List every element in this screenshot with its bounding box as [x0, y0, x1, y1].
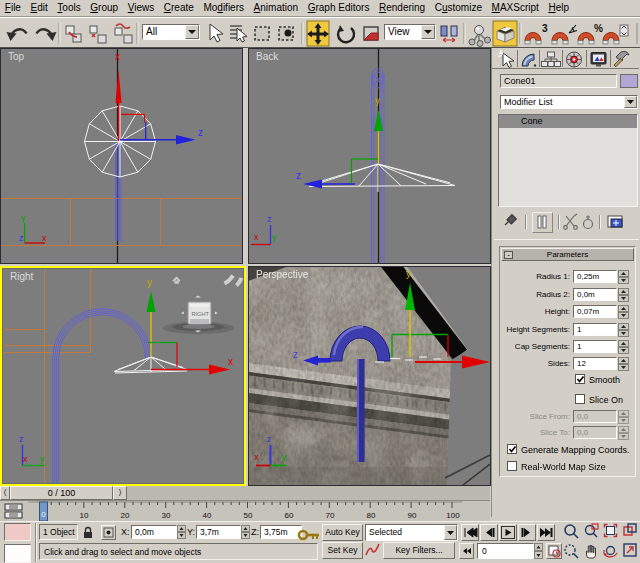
svg-text:10: 10: [80, 511, 89, 520]
svg-text:z: z: [267, 214, 272, 224]
svg-text:y: y: [282, 452, 287, 462]
svg-text:100: 100: [446, 511, 460, 520]
svg-text:y: y: [40, 454, 45, 464]
svg-text:x: x: [228, 356, 233, 367]
svg-text:80: 80: [367, 511, 376, 520]
svg-text:y: y: [21, 213, 26, 223]
svg-text:20: 20: [121, 511, 130, 520]
svg-text:z: z: [293, 349, 298, 360]
svg-text:30: 30: [162, 511, 171, 520]
svg-text:z: z: [19, 233, 24, 243]
svg-text:z: z: [267, 434, 272, 444]
svg-text:y: y: [406, 268, 411, 279]
svg-text:3: 3: [542, 23, 548, 34]
svg-text:60: 60: [285, 511, 294, 520]
svg-text:50: 50: [244, 511, 253, 520]
svg-text:x: x: [254, 452, 259, 462]
svg-text:RIGHT: RIGHT: [192, 311, 210, 317]
svg-text:40: 40: [203, 511, 212, 520]
svg-text:y: y: [375, 95, 380, 106]
svg-text:x: x: [42, 233, 47, 243]
svg-text:90: 90: [408, 511, 417, 520]
svg-text:%: %: [594, 23, 603, 34]
svg-text:x: x: [23, 454, 28, 464]
svg-text:70: 70: [326, 511, 335, 520]
svg-text:y: y: [147, 277, 152, 288]
svg-text:x: x: [115, 51, 120, 62]
svg-text:y: y: [272, 232, 277, 242]
svg-text:0: 0: [41, 510, 46, 519]
svg-text:z: z: [198, 127, 203, 138]
svg-text:x: x: [254, 232, 259, 242]
svg-text:z: z: [19, 434, 24, 444]
svg-text:z: z: [296, 170, 301, 181]
